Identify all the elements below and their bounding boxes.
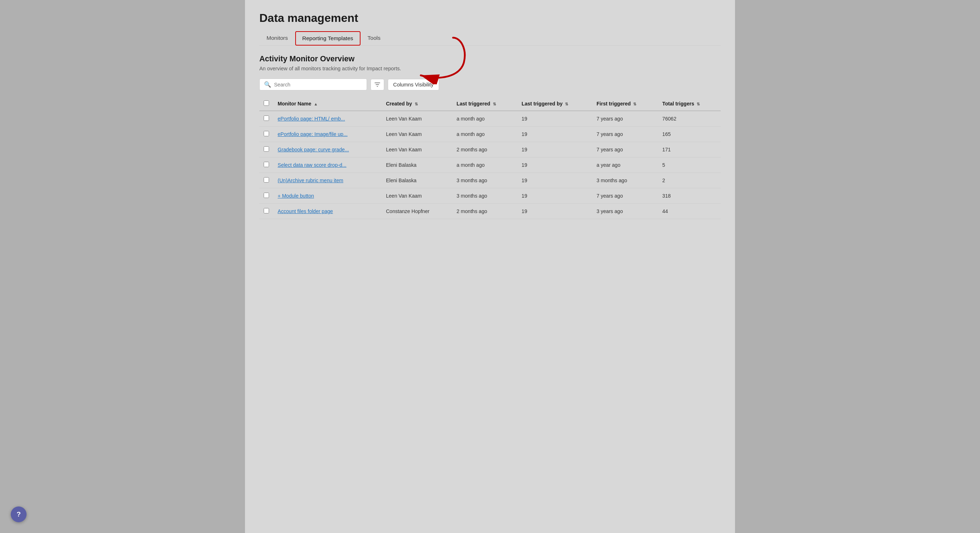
header-checkbox-cell: [259, 97, 273, 111]
sort-icon-monitor-name: ▲: [314, 102, 318, 106]
header-last-triggered-by[interactable]: Last triggered by ⇅: [517, 97, 592, 111]
cell-created-by: Leen Van Kaam: [382, 111, 452, 127]
monitor-link[interactable]: Select data raw score drop-d...: [278, 162, 347, 168]
sort-icon-last-triggered: ⇅: [493, 102, 496, 106]
cell-total-triggers: 76062: [658, 111, 721, 127]
cell-created-by: Eleni Balaska: [382, 158, 452, 173]
row-checkbox-cell: [259, 127, 273, 142]
search-icon: 🔍: [264, 81, 271, 88]
cell-first-triggered: a year ago: [592, 158, 658, 173]
row-checkbox[interactable]: [264, 208, 269, 213]
cell-last-triggered-by: 19: [517, 158, 592, 173]
table-header-row: Monitor Name ▲ Created by ⇅ Last trigger…: [259, 97, 721, 111]
cell-total-triggers: 5: [658, 158, 721, 173]
monitor-link[interactable]: Gradebook page: curve grade...: [278, 147, 349, 153]
filter-button[interactable]: [371, 79, 384, 91]
header-total-triggers[interactable]: Total triggers ⇅: [658, 97, 721, 111]
sort-icon-first-triggered: ⇅: [633, 102, 636, 106]
row-checkbox-cell: [259, 111, 273, 127]
cell-last-triggered-by: 19: [517, 188, 592, 204]
search-box[interactable]: 🔍: [259, 78, 367, 91]
table-row: Account files folder page Constanze Hopf…: [259, 204, 721, 219]
toolbar: 🔍 Columns Visibility: [259, 78, 721, 91]
cell-last-triggered: a month ago: [452, 127, 517, 142]
row-checkbox[interactable]: [264, 146, 269, 152]
row-checkbox-cell: [259, 173, 273, 188]
tab-tools[interactable]: Tools: [361, 31, 388, 46]
select-all-checkbox[interactable]: [264, 100, 269, 106]
row-checkbox-cell: [259, 158, 273, 173]
monitors-table: Monitor Name ▲ Created by ⇅ Last trigger…: [259, 97, 721, 219]
table-row: + Module button Leen Van Kaam 3 months a…: [259, 188, 721, 204]
cell-monitor-name[interactable]: Account files folder page: [273, 204, 382, 219]
table-row: Select data raw score drop-d... Eleni Ba…: [259, 158, 721, 173]
cell-created-by: Leen Van Kaam: [382, 142, 452, 158]
search-input[interactable]: [274, 82, 362, 88]
row-checkbox[interactable]: [264, 131, 269, 136]
row-checkbox-cell: [259, 188, 273, 204]
row-checkbox[interactable]: [264, 177, 269, 183]
section-title: Activity Monitor Overview: [259, 54, 721, 64]
monitor-link[interactable]: ePortfolio page: HTML/ emb...: [278, 116, 345, 122]
cell-last-triggered-by: 19: [517, 111, 592, 127]
cell-monitor-name[interactable]: ePortfolio page: Image/file up...: [273, 127, 382, 142]
cell-total-triggers: 2: [658, 173, 721, 188]
cell-created-by: Leen Van Kaam: [382, 188, 452, 204]
header-first-triggered[interactable]: First triggered ⇅: [592, 97, 658, 111]
cell-created-by: Leen Van Kaam: [382, 127, 452, 142]
row-checkbox-cell: [259, 204, 273, 219]
cell-last-triggered-by: 19: [517, 142, 592, 158]
main-container: Data management Monitors Reporting Templ…: [245, 0, 735, 533]
table-row: ePortfolio page: Image/file up... Leen V…: [259, 127, 721, 142]
section-subtitle: An overview of all monitors tracking act…: [259, 66, 721, 72]
page-title: Data management: [259, 11, 721, 25]
cell-last-triggered: 3 months ago: [452, 188, 517, 204]
cell-total-triggers: 318: [658, 188, 721, 204]
cell-total-triggers: 171: [658, 142, 721, 158]
cell-created-by: Eleni Balaska: [382, 173, 452, 188]
filter-icon: [374, 82, 380, 88]
monitor-link[interactable]: + Module button: [278, 193, 314, 199]
sort-icon-total-triggers: ⇅: [697, 102, 700, 106]
cell-monitor-name[interactable]: Gradebook page: curve grade...: [273, 142, 382, 158]
table-row: (Un)Archive rubric menu item Eleni Balas…: [259, 173, 721, 188]
row-checkbox[interactable]: [264, 193, 269, 198]
cell-monitor-name[interactable]: Select data raw score drop-d...: [273, 158, 382, 173]
row-checkbox[interactable]: [264, 162, 269, 167]
monitor-link[interactable]: ePortfolio page: Image/file up...: [278, 131, 348, 137]
cell-total-triggers: 165: [658, 127, 721, 142]
cell-last-triggered-by: 19: [517, 204, 592, 219]
header-created-by[interactable]: Created by ⇅: [382, 97, 452, 111]
cell-first-triggered: 7 years ago: [592, 142, 658, 158]
header-last-triggered[interactable]: Last triggered ⇅: [452, 97, 517, 111]
cell-last-triggered: a month ago: [452, 158, 517, 173]
cell-monitor-name[interactable]: + Module button: [273, 188, 382, 204]
monitor-link[interactable]: (Un)Archive rubric menu item: [278, 178, 343, 183]
cell-monitor-name[interactable]: (Un)Archive rubric menu item: [273, 173, 382, 188]
cell-monitor-name[interactable]: ePortfolio page: HTML/ emb...: [273, 111, 382, 127]
sort-icon-created-by: ⇅: [415, 102, 418, 106]
columns-visibility-button[interactable]: Columns Visibility: [388, 79, 439, 91]
cell-first-triggered: 7 years ago: [592, 188, 658, 204]
header-monitor-name[interactable]: Monitor Name ▲: [273, 97, 382, 111]
row-checkbox-cell: [259, 142, 273, 158]
sort-icon-last-triggered-by: ⇅: [565, 102, 568, 106]
tab-bar: Monitors Reporting Templates Tools: [259, 31, 721, 46]
cell-last-triggered: 3 months ago: [452, 173, 517, 188]
cell-first-triggered: 7 years ago: [592, 111, 658, 127]
cell-last-triggered-by: 19: [517, 127, 592, 142]
cell-first-triggered: 7 years ago: [592, 127, 658, 142]
table-row: Gradebook page: curve grade... Leen Van …: [259, 142, 721, 158]
cell-last-triggered-by: 19: [517, 173, 592, 188]
monitor-link[interactable]: Account files folder page: [278, 208, 333, 214]
table-row: ePortfolio page: HTML/ emb... Leen Van K…: [259, 111, 721, 127]
tab-monitors[interactable]: Monitors: [259, 31, 295, 46]
tab-reporting-templates[interactable]: Reporting Templates: [295, 31, 361, 46]
cell-first-triggered: 3 years ago: [592, 204, 658, 219]
cell-created-by: Constanze Hopfner: [382, 204, 452, 219]
cell-first-triggered: 3 months ago: [592, 173, 658, 188]
row-checkbox[interactable]: [264, 116, 269, 121]
cell-last-triggered: a month ago: [452, 111, 517, 127]
help-button[interactable]: ?: [11, 506, 27, 522]
cell-last-triggered: 2 months ago: [452, 142, 517, 158]
